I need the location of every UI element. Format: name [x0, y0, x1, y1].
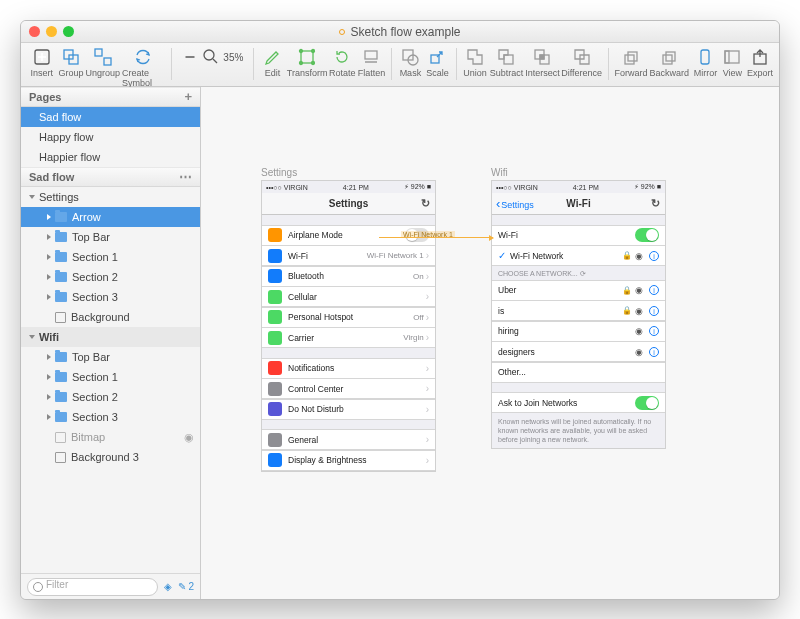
- zoom-magnifier-icon: [202, 46, 220, 68]
- layer-group-wifi[interactable]: Wifi: [21, 327, 200, 347]
- bitmap-icon: [55, 432, 66, 443]
- layer-section-2a[interactable]: Section 2: [21, 267, 200, 287]
- rect-icon: [55, 452, 66, 463]
- page-happy-flow[interactable]: Happy flow: [21, 127, 200, 147]
- ask-footer: Known networks will be joined automatica…: [492, 413, 665, 448]
- layer-background-1[interactable]: Background: [21, 307, 200, 327]
- mask-button[interactable]: Mask: [398, 46, 423, 78]
- rotate-button[interactable]: Rotate: [329, 46, 356, 78]
- union-button[interactable]: Union: [463, 46, 488, 78]
- scale-button[interactable]: Scale: [425, 46, 450, 78]
- layer-top-bar-2[interactable]: Top Bar: [21, 347, 200, 367]
- layer-arrow[interactable]: Arrow: [21, 207, 200, 227]
- cell: Other...: [492, 362, 665, 383]
- cell: Notifications›: [262, 358, 435, 379]
- phone-settings: •••○○ VIRGIN4:21 PM⚡︎ 92% ■ Settings↻ Ai…: [261, 180, 436, 472]
- svg-rect-23: [701, 50, 709, 64]
- cell: is🔒◉i: [492, 300, 665, 321]
- export-button[interactable]: Export: [747, 46, 773, 78]
- flatten-button[interactable]: Flatten: [358, 46, 386, 78]
- symbol-filter-icon[interactable]: ◈: [164, 581, 172, 592]
- zoom-out-icon[interactable]: [181, 46, 199, 68]
- switch-icon: [635, 396, 659, 410]
- cell: Control Center›: [262, 378, 435, 399]
- layer-section-3a[interactable]: Section 3: [21, 287, 200, 307]
- slice-filter-icon[interactable]: ✎ 2: [178, 581, 194, 592]
- ungroup-button[interactable]: Ungroup: [85, 46, 120, 78]
- create-symbol-button[interactable]: Create Symbol: [122, 46, 165, 88]
- difference-button[interactable]: Difference: [562, 46, 602, 78]
- insert-button[interactable]: Insert: [27, 46, 56, 78]
- folder-icon: [55, 412, 67, 422]
- canvas[interactable]: Settings •••○○ VIRGIN4:21 PM⚡︎ 92% ■ Set…: [201, 87, 779, 599]
- back-button: Settings: [496, 196, 534, 211]
- zoom-label: 35%: [223, 52, 243, 63]
- svg-rect-15: [504, 55, 513, 64]
- folder-icon: [55, 292, 67, 302]
- status-bar: •••○○ VIRGIN4:21 PM⚡︎ 92% ■: [262, 181, 435, 193]
- layer-section-1b[interactable]: Section 1: [21, 367, 200, 387]
- forward-button[interactable]: Forward: [614, 46, 647, 78]
- folder-icon: [55, 252, 67, 262]
- cell: CarrierVirgin›: [262, 327, 435, 348]
- page-happier-flow[interactable]: Happier flow: [21, 147, 200, 167]
- view-button[interactable]: View: [720, 46, 745, 78]
- filter-input[interactable]: Filter: [27, 578, 158, 596]
- sidebar: Pages+ Sad flow Happy flow Happier flow …: [21, 87, 201, 599]
- cell: hiring◉i: [492, 321, 665, 342]
- window-title: Sketch flow example: [21, 25, 779, 39]
- edit-button[interactable]: Edit: [260, 46, 285, 78]
- intersect-button[interactable]: Intersect: [525, 46, 560, 78]
- phone-wifi: •••○○ VIRGIN4:21 PM⚡︎ 92% ■ SettingsWi-F…: [491, 180, 666, 449]
- cell: General›: [262, 429, 435, 450]
- folder-icon: [55, 392, 67, 402]
- folder-icon: [55, 352, 67, 362]
- zoom-control[interactable]: 35%: [181, 46, 243, 68]
- refresh-icon: ↻: [421, 197, 430, 210]
- cell: Wi-Fi: [492, 225, 665, 246]
- add-page-icon[interactable]: +: [184, 87, 192, 107]
- subtract-button[interactable]: Subtract: [490, 46, 524, 78]
- cell: ✓Wi-Fi Network🔒◉i: [492, 245, 665, 266]
- layer-section-3b[interactable]: Section 3: [21, 407, 200, 427]
- layer-bitmap[interactable]: Bitmap◉: [21, 427, 200, 447]
- app-window: Sketch flow example Insert Group Ungroup…: [20, 20, 780, 600]
- cell: Uber🔒◉i: [492, 280, 665, 301]
- svg-rect-22: [663, 55, 672, 64]
- layer-section-2b[interactable]: Section 2: [21, 387, 200, 407]
- svg-rect-21: [666, 52, 675, 61]
- artboard-settings[interactable]: Settings •••○○ VIRGIN4:21 PM⚡︎ 92% ■ Set…: [261, 167, 436, 472]
- svg-rect-3: [95, 49, 102, 56]
- artboard-label: Wifi: [491, 167, 666, 178]
- backward-button[interactable]: Backward: [649, 46, 689, 78]
- group-button[interactable]: Group: [58, 46, 83, 78]
- svg-rect-6: [301, 51, 313, 63]
- page-sad-flow[interactable]: Sad flow: [21, 107, 200, 127]
- svg-point-10: [312, 62, 315, 65]
- refresh-icon: ↻: [651, 197, 660, 210]
- pages-header: Pages+: [21, 87, 200, 107]
- svg-rect-19: [625, 55, 634, 64]
- rect-icon: [55, 312, 66, 323]
- svg-point-5: [204, 50, 214, 60]
- flow-arrow-label: Wi-Fi Network 1: [401, 231, 455, 238]
- artboard-menu-icon[interactable]: ⋯: [179, 167, 192, 187]
- visibility-icon[interactable]: ◉: [184, 431, 194, 444]
- layer-background-3[interactable]: Background 3: [21, 447, 200, 467]
- cell: Do Not Disturb›: [262, 399, 435, 420]
- folder-icon: [55, 272, 67, 282]
- layer-top-bar-1[interactable]: Top Bar: [21, 227, 200, 247]
- layer-section-1a[interactable]: Section 1: [21, 247, 200, 267]
- folder-icon: [55, 372, 67, 382]
- mirror-button[interactable]: Mirror: [693, 46, 718, 78]
- titlebar: Sketch flow example: [21, 21, 779, 43]
- nav-bar: Settings↻: [262, 193, 435, 215]
- artboard-wifi[interactable]: Wifi •••○○ VIRGIN4:21 PM⚡︎ 92% ■ Setting…: [491, 167, 666, 449]
- nav-bar: SettingsWi-Fi↻: [492, 193, 665, 215]
- cell: BluetoothOn›: [262, 266, 435, 287]
- cell: Cellular›: [262, 286, 435, 307]
- layer-group-settings[interactable]: Settings: [21, 187, 200, 207]
- transform-button[interactable]: Transform: [287, 46, 327, 78]
- folder-icon: [55, 212, 67, 222]
- cell: Wi-FiWi-Fi Network 1›: [262, 245, 435, 266]
